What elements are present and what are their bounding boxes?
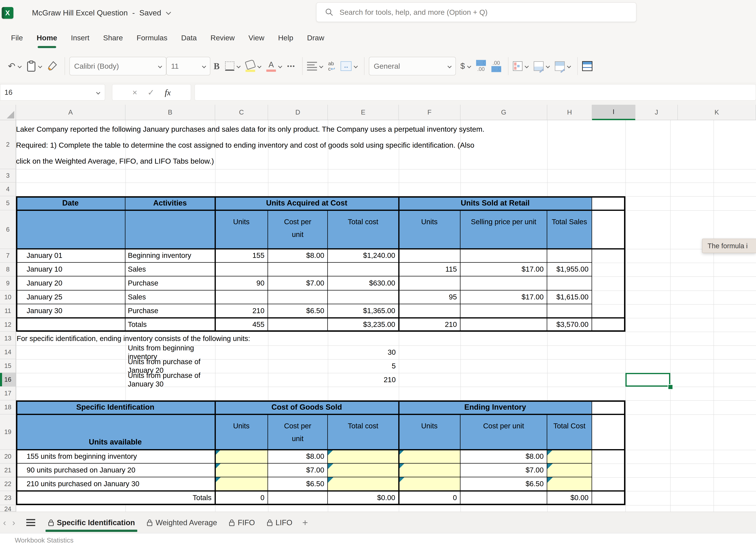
decrease-decimal-button[interactable]: ←.0 .00: [476, 60, 486, 72]
fill-color-button[interactable]: [246, 60, 261, 72]
cell-g8[interactable]: $17.00: [460, 263, 547, 276]
row-header-20[interactable]: 20: [0, 450, 16, 464]
cell-c10[interactable]: [215, 290, 268, 304]
cell-b16[interactable]: Units from purchase of January 30: [125, 373, 215, 387]
font-name-select[interactable]: Calibri (Body): [69, 57, 166, 75]
cell-a9[interactable]: January 20: [16, 276, 125, 290]
cell-g9[interactable]: [460, 276, 547, 290]
t2-sub-cost-per-unit[interactable]: Cost per unit: [268, 414, 328, 450]
cell-e12[interactable]: $3,235.00: [328, 318, 399, 332]
column-header-f[interactable]: F: [399, 105, 460, 120]
column-header-h[interactable]: H: [547, 105, 592, 120]
add-sheet-button[interactable]: +: [302, 517, 308, 528]
menu-home[interactable]: Home: [30, 26, 64, 50]
t1-sub-units[interactable]: Units: [215, 210, 268, 249]
cell-e7[interactable]: $1,240.00: [328, 249, 399, 263]
cell-c7[interactable]: 155: [215, 249, 268, 263]
search-input[interactable]: Search for tools, help, and more (Option…: [316, 2, 636, 22]
cell-a6[interactable]: [16, 210, 125, 249]
tab-lifo[interactable]: LIFO: [261, 512, 298, 533]
input-h20[interactable]: [547, 450, 592, 464]
name-box[interactable]: 16: [0, 84, 105, 101]
cell-e16[interactable]: 210: [328, 373, 399, 387]
cell-a8[interactable]: January 10: [16, 263, 125, 276]
input-f21[interactable]: [399, 464, 460, 477]
cell-h8[interactable]: $1,955.00: [547, 263, 592, 276]
cell-f12[interactable]: 210: [399, 318, 460, 332]
row-header-19[interactable]: 19: [0, 414, 16, 450]
select-all-corner[interactable]: [0, 105, 16, 120]
cell-b8[interactable]: Sales: [125, 263, 215, 276]
row-header-2[interactable]: 2: [0, 120, 16, 169]
conditional-formatting-button[interactable]: [513, 61, 528, 71]
t1-header-date[interactable]: Date: [16, 196, 125, 210]
cell-c23[interactable]: 0: [215, 491, 268, 505]
insert-table-button[interactable]: [582, 61, 592, 71]
t1-sub-total-sales[interactable]: Total Sales: [547, 210, 592, 249]
cell-h7[interactable]: [547, 249, 592, 263]
cell-d10[interactable]: [268, 290, 328, 304]
row-header-9[interactable]: 9: [0, 276, 16, 290]
cell-f8[interactable]: 115: [399, 263, 460, 276]
row-header-5[interactable]: 5: [0, 196, 16, 210]
input-c22[interactable]: [215, 477, 268, 491]
cell-b7[interactable]: Beginning inventory: [125, 249, 215, 263]
cell-c9[interactable]: 90: [215, 276, 268, 290]
font-color-button[interactable]: A: [266, 61, 282, 72]
cell-c8[interactable]: [215, 263, 268, 276]
cell-e14[interactable]: 30: [328, 345, 399, 359]
cell-totals-label[interactable]: Totals: [16, 491, 215, 505]
row-header-12[interactable]: 12: [0, 318, 16, 332]
cell-a11[interactable]: January 30: [16, 304, 125, 318]
document-title[interactable]: McGraw Hill Excel Question - Saved: [32, 8, 170, 17]
cell-g7[interactable]: [460, 249, 547, 263]
row-header-14[interactable]: 14: [0, 345, 16, 359]
fill-handle[interactable]: [668, 384, 673, 390]
cell-c11[interactable]: 210: [215, 304, 268, 318]
cell-a12[interactable]: [16, 318, 125, 332]
cell-a22[interactable]: 210 units purchased on January 30: [16, 477, 215, 491]
tab-scroll-left-icon[interactable]: ‹: [0, 517, 9, 528]
tab-fifo[interactable]: FIFO: [223, 512, 261, 533]
t2-sub-total-cost[interactable]: Total cost: [328, 414, 399, 450]
column-header-c[interactable]: C: [215, 105, 268, 120]
cell-g12[interactable]: [460, 318, 547, 332]
cell-f11[interactable]: [399, 304, 460, 318]
cell-a21[interactable]: 90 units purchased on January 20: [16, 464, 215, 477]
cell-b9[interactable]: Purchase: [125, 276, 215, 290]
number-format-select[interactable]: General: [369, 57, 456, 75]
cell-d23[interactable]: [268, 491, 328, 505]
row-header-13[interactable]: 13: [0, 332, 16, 345]
t2-header-title[interactable]: Specific Identification: [16, 400, 215, 414]
input-h22[interactable]: [547, 477, 592, 491]
t1-header-units-sold[interactable]: Units Sold at Retail: [399, 196, 592, 210]
t2-sub-units-end[interactable]: Units: [399, 414, 460, 450]
borders-button[interactable]: [225, 62, 240, 71]
currency-format-button[interactable]: $: [460, 62, 471, 70]
cell-b14[interactable]: Units from beginning inventory: [125, 345, 215, 359]
cell-g11[interactable]: [460, 304, 547, 318]
input-e20[interactable]: [328, 450, 399, 464]
cell-e10[interactable]: [328, 290, 399, 304]
insert-function-button[interactable]: fx: [165, 88, 171, 97]
row-header-8[interactable]: 8: [0, 263, 16, 276]
menu-draw[interactable]: Draw: [300, 26, 331, 50]
menu-formulas[interactable]: Formulas: [130, 26, 174, 50]
cell-f23[interactable]: 0: [399, 491, 460, 505]
t1-sub-selling-price[interactable]: Selling price per unit: [460, 210, 547, 249]
row-header-15[interactable]: 15: [0, 359, 16, 373]
cell-g20[interactable]: $8.00: [460, 450, 547, 464]
menu-view[interactable]: View: [242, 26, 271, 50]
t2-sub-total-cost-end[interactable]: Total Cost: [547, 414, 592, 450]
column-header-g[interactable]: G: [460, 105, 547, 120]
increase-decimal-button[interactable]: .00 →.0: [491, 60, 501, 72]
excel-app-icon[interactable]: X: [2, 7, 13, 19]
cell-h11[interactable]: [547, 304, 592, 318]
cell-e15[interactable]: 5: [328, 359, 399, 373]
menu-help[interactable]: Help: [271, 26, 300, 50]
t2-header-ending[interactable]: Ending Inventory: [399, 400, 592, 414]
input-h21[interactable]: [547, 464, 592, 477]
cell-e9[interactable]: $630.00: [328, 276, 399, 290]
row-header-21[interactable]: 21: [0, 464, 16, 477]
cell-b11[interactable]: Purchase: [125, 304, 215, 318]
